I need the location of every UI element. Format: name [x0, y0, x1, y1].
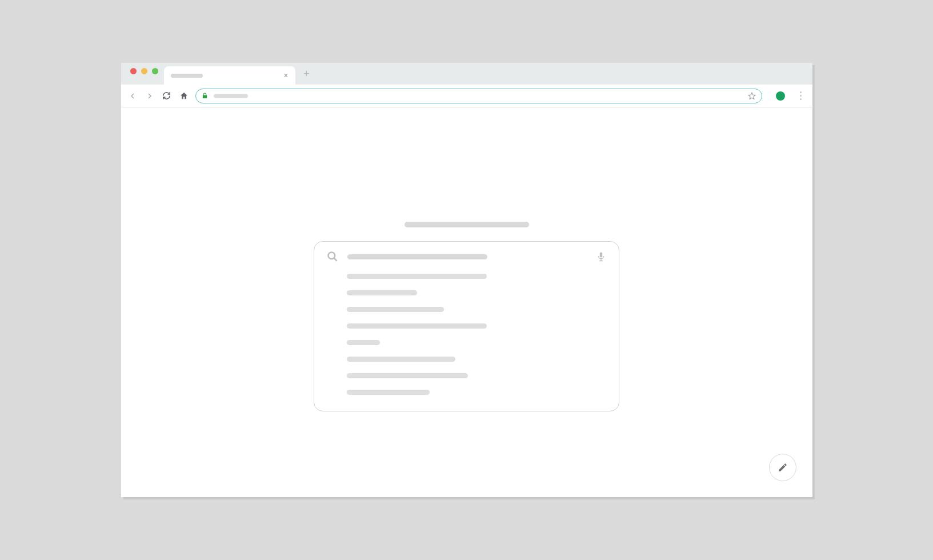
forward-icon[interactable]: [144, 90, 155, 102]
suggestion-item[interactable]: [347, 373, 468, 378]
svg-point-1: [329, 253, 335, 259]
suggestion-item[interactable]: [347, 323, 487, 329]
suggestion-item[interactable]: [347, 274, 487, 279]
pencil-icon: [778, 462, 788, 473]
back-icon[interactable]: [127, 90, 138, 102]
suggestion-item[interactable]: [347, 340, 380, 345]
new-tab-button[interactable]: +: [299, 66, 315, 82]
search-icon: [327, 251, 338, 262]
suggestion-item[interactable]: [347, 357, 455, 362]
suggestion-item[interactable]: [347, 307, 444, 312]
browser-window: × +: [121, 63, 812, 497]
window-minimize-button[interactable]: [141, 68, 147, 74]
svg-rect-4: [599, 261, 603, 262]
window-close-button[interactable]: [130, 68, 137, 74]
svg-rect-3: [600, 259, 602, 261]
bookmark-icon[interactable]: [748, 92, 756, 100]
lock-icon: [202, 93, 208, 99]
profile-avatar[interactable]: [776, 91, 785, 101]
browser-tab[interactable]: ×: [164, 66, 295, 85]
page-logo: [405, 222, 529, 227]
page-content: [121, 107, 812, 497]
home-icon[interactable]: [178, 90, 190, 102]
reload-icon[interactable]: [161, 90, 173, 102]
search-panel: [314, 241, 619, 411]
url-text: [214, 94, 248, 98]
window-maximize-button[interactable]: [152, 68, 158, 74]
svg-marker-0: [748, 93, 755, 99]
browser-menu-icon[interactable]: [795, 91, 807, 100]
search-row: [327, 251, 606, 262]
search-input[interactable]: [347, 254, 487, 259]
tab-bar: × +: [121, 63, 812, 85]
close-tab-icon[interactable]: ×: [283, 71, 288, 80]
address-bar[interactable]: [195, 89, 762, 103]
toolbar: [121, 85, 812, 107]
svg-line-2: [334, 258, 337, 261]
tab-title: [171, 74, 203, 78]
search-suggestions: [327, 274, 606, 395]
suggestion-item[interactable]: [347, 390, 430, 395]
suggestion-item[interactable]: [347, 290, 417, 295]
microphone-icon[interactable]: [596, 251, 606, 262]
window-controls: [126, 68, 164, 80]
customize-button[interactable]: [769, 454, 796, 481]
